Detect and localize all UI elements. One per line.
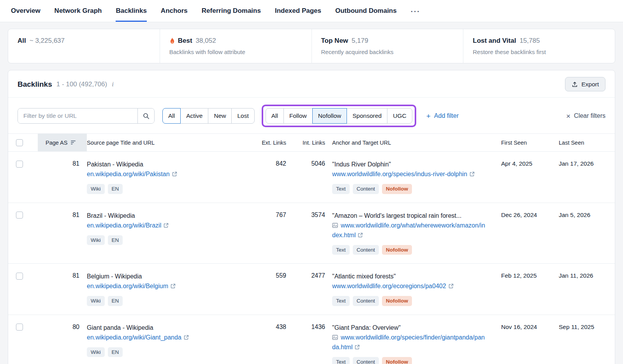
card-title: All xyxy=(18,37,26,45)
target-url-link[interactable]: www.worldwildlife.org/what/wherewework/a… xyxy=(332,222,485,238)
tab-outbound-domains[interactable]: Outbound Domains xyxy=(335,0,397,22)
column-header-page-as[interactable]: Page AS xyxy=(38,134,87,151)
summary-card-all[interactable]: All ~ 3,225,637 xyxy=(8,29,160,63)
panel-header: Backlinks 1 - 100 (492,706) i Export xyxy=(8,70,615,98)
column-header-int-links[interactable]: Int. Links xyxy=(289,134,328,151)
external-link-icon[interactable] xyxy=(164,221,169,231)
search-input[interactable] xyxy=(18,108,137,123)
tab-indexed-pages[interactable]: Indexed Pages xyxy=(275,0,321,22)
table-row: 81 Brazil - Wikipedia en.wikipedia.org/w… xyxy=(8,203,615,264)
source-url-link[interactable]: en.wikipedia.org/wiki/Belgium xyxy=(87,283,168,289)
external-link-icon[interactable] xyxy=(449,282,454,291)
source-url-link[interactable]: en.wikipedia.org/wiki/Pakistan xyxy=(87,171,170,177)
external-link-icon[interactable] xyxy=(184,333,189,343)
tab-anchors[interactable]: Anchors xyxy=(161,0,188,22)
tab-network-graph[interactable]: Network Graph xyxy=(55,0,102,22)
link-tag-list: TextContentNofollow xyxy=(332,184,486,194)
source-url-link[interactable]: en.wikipedia.org/wiki/Giant_panda xyxy=(87,334,181,341)
last-seen-value: Jan 17, 2026 xyxy=(559,152,605,203)
column-header-anchor[interactable]: Anchor and Target URL xyxy=(328,134,501,151)
external-link-icon[interactable] xyxy=(470,170,475,179)
row-checkbox[interactable] xyxy=(16,212,23,219)
ext-links-value: 767 xyxy=(255,203,289,264)
flame-icon xyxy=(169,37,175,44)
export-icon xyxy=(572,81,578,88)
tag-chip: Wiki xyxy=(87,184,105,194)
column-header-first-seen[interactable]: First Seen xyxy=(501,134,559,151)
tab-overview[interactable]: Overview xyxy=(11,0,40,22)
highlight-box: All Follow Nofollow Sponsored UGC xyxy=(262,105,416,127)
clear-filters-label: Clear filters xyxy=(574,112,605,119)
follow-filter-ugc[interactable]: UGC xyxy=(387,108,412,124)
summary-card-best[interactable]: Best 38,052 Backlinks with follow attrib… xyxy=(160,29,312,63)
column-header-source[interactable]: Source page Title and URL xyxy=(87,134,255,151)
card-value: 5,179 xyxy=(352,37,368,45)
nofollow-chip: Nofollow xyxy=(382,184,412,194)
more-tabs-button[interactable]: ··· xyxy=(411,0,421,22)
info-icon[interactable]: i xyxy=(112,80,114,88)
tag-chip: Wiki xyxy=(87,235,105,245)
row-checkbox[interactable] xyxy=(16,161,23,168)
follow-filter-sponsored[interactable]: Sponsored xyxy=(347,108,387,124)
clear-filters-button[interactable]: × Clear filters xyxy=(566,112,605,120)
column-header-ext-links[interactable]: Ext. Links xyxy=(255,134,289,151)
top-navigation: Overview Network Graph Backlinks Anchors… xyxy=(0,0,623,22)
source-url-link[interactable]: en.wikipedia.org/wiki/Brazil xyxy=(87,222,161,229)
card-title: Lost and Vital xyxy=(473,37,516,45)
status-filter-all[interactable]: All xyxy=(162,108,181,124)
tag-chip: Wiki xyxy=(87,296,105,306)
source-tag-list: WikiEN xyxy=(87,235,246,245)
last-seen-value: Jan 11, 2026 xyxy=(559,264,605,315)
follow-filter-group: All Follow Nofollow Sponsored UGC xyxy=(266,108,412,124)
anchor-text: "Amazon – World's largest tropical rain … xyxy=(332,212,486,220)
table-row: 80 Giant panda - Wikipedia en.wikipedia.… xyxy=(8,315,615,364)
follow-filter-nofollow[interactable]: Nofollow xyxy=(312,108,347,124)
nofollow-chip: Nofollow xyxy=(382,296,412,306)
external-link-icon[interactable] xyxy=(355,343,360,352)
summary-card-lost-and-vital[interactable]: Lost and Vital 15,785 Restore these back… xyxy=(463,29,615,63)
tab-referring-domains[interactable]: Referring Domains xyxy=(202,0,261,22)
page-as-value: 81 xyxy=(38,152,87,203)
tag-chip: Text xyxy=(332,184,350,194)
status-filter-lost[interactable]: Lost xyxy=(231,108,254,124)
card-value: ~ 3,225,637 xyxy=(30,37,65,45)
add-filter-button[interactable]: + Add filter xyxy=(426,112,459,120)
close-icon: × xyxy=(566,112,570,120)
row-checkbox[interactable] xyxy=(16,324,23,331)
nofollow-chip: Nofollow xyxy=(382,357,412,364)
link-tag-list: TextContentNofollow xyxy=(332,296,486,306)
select-all-checkbox[interactable] xyxy=(16,139,23,146)
tag-chip: Text xyxy=(332,296,350,306)
card-title: Best xyxy=(178,37,192,45)
tag-chip: Content xyxy=(353,296,379,306)
source-title: Giant panda - Wikipedia xyxy=(87,324,246,332)
status-filter-active[interactable]: Active xyxy=(180,108,208,124)
source-tag-list: WikiEN xyxy=(87,296,246,306)
page-as-value: 81 xyxy=(38,264,87,315)
follow-filter-all[interactable]: All xyxy=(266,108,284,124)
sort-descending-icon xyxy=(71,140,76,145)
tab-backlinks[interactable]: Backlinks xyxy=(116,0,146,22)
search-button[interactable] xyxy=(137,108,154,123)
external-link-icon[interactable] xyxy=(171,282,176,291)
status-filter-new[interactable]: New xyxy=(208,108,232,124)
card-title: Top New xyxy=(321,37,348,45)
link-tag-list: TextContentNofollow xyxy=(332,357,486,364)
external-link-icon[interactable] xyxy=(172,170,177,179)
plus-icon: + xyxy=(426,112,431,120)
last-seen-value: Sep 11, 2025 xyxy=(559,315,605,364)
source-title: Belgium - Wikipedia xyxy=(87,272,246,281)
anchor-text: "Giant Panda: Overview" xyxy=(332,324,486,332)
row-checkbox[interactable] xyxy=(16,273,23,280)
table-header-row: Page AS Source page Title and URL Ext. L… xyxy=(8,133,615,152)
follow-filter-follow[interactable]: Follow xyxy=(283,108,313,124)
external-link-icon[interactable] xyxy=(358,231,363,240)
column-header-last-seen[interactable]: Last Seen xyxy=(559,134,605,151)
target-url-link[interactable]: www.worldwildlife.org/ecoregions/pa0402 xyxy=(332,283,446,289)
export-button[interactable]: Export xyxy=(565,77,605,91)
first-seen-value: Nov 16, 2024 xyxy=(501,315,559,364)
summary-card-top-new[interactable]: Top New 5,179 Recently acquired backlink… xyxy=(312,29,463,63)
table-row: 81 Belgium - Wikipedia en.wikipedia.org/… xyxy=(8,264,615,315)
first-seen-value: Apr 4, 2025 xyxy=(501,152,559,203)
target-url-link[interactable]: www.worldwildlife.org/species/indus-rive… xyxy=(332,171,467,177)
